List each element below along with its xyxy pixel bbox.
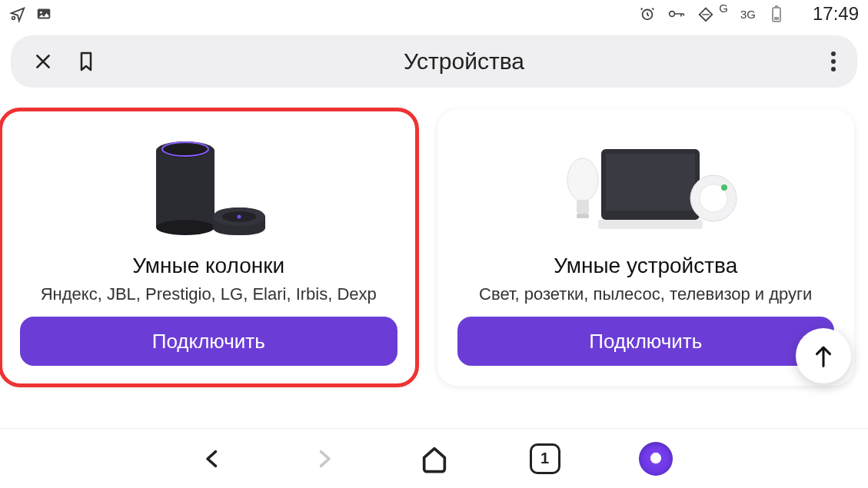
image-icon xyxy=(35,5,52,22)
smart-speaker-image xyxy=(139,128,278,243)
svg-point-20 xyxy=(567,158,598,201)
close-icon[interactable] xyxy=(32,51,54,72)
svg-rect-9 xyxy=(156,151,215,227)
wifi-icon xyxy=(697,5,714,22)
svg-point-10 xyxy=(156,220,215,235)
tabs-button[interactable]: 1 xyxy=(528,442,562,476)
card-title: Умные устройства xyxy=(554,254,737,278)
svg-rect-21 xyxy=(577,200,589,214)
svg-rect-19 xyxy=(598,220,703,229)
svg-point-4 xyxy=(670,12,675,17)
tab-count: 1 xyxy=(540,450,549,467)
connect-button[interactable]: Подключить xyxy=(457,317,835,366)
home-button[interactable] xyxy=(417,442,451,476)
card-title: Умные колонки xyxy=(132,254,284,278)
alice-icon xyxy=(639,442,673,476)
svg-point-16 xyxy=(238,215,241,219)
svg-rect-22 xyxy=(577,214,589,218)
scroll-top-button[interactable] xyxy=(796,328,851,383)
svg-rect-18 xyxy=(606,154,695,211)
back-button[interactable] xyxy=(196,442,230,476)
card-subtitle: Яндекс, JBL, Prestigio, LG, Elari, Irbis… xyxy=(41,284,377,304)
more-menu-icon[interactable] xyxy=(831,51,836,71)
alarm-icon xyxy=(639,5,656,22)
page-title: Устройства xyxy=(97,48,831,75)
content-area: Умные колонки Яндекс, JBL, Prestigio, LG… xyxy=(0,95,868,386)
forward-button[interactable] xyxy=(307,442,341,476)
bottom-nav: 1 xyxy=(0,428,868,488)
svg-rect-7 xyxy=(774,17,779,20)
svg-point-25 xyxy=(721,184,727,191)
alice-assistant-button[interactable] xyxy=(639,442,673,476)
battery-icon xyxy=(768,5,785,22)
signal-g-label: G xyxy=(719,2,728,15)
card-subtitle: Свет, розетки, пылесос, телевизор и друг… xyxy=(479,284,812,304)
smart-devices-image xyxy=(554,128,738,243)
svg-rect-6 xyxy=(775,5,778,8)
svg-point-2 xyxy=(40,12,42,14)
clock-time: 17:49 xyxy=(813,3,859,25)
signal-3g-label: 3G xyxy=(740,8,756,21)
connect-button[interactable]: Подключить xyxy=(20,317,397,366)
card-smart-devices[interactable]: Умные устройства Свет, розетки, пылесос,… xyxy=(437,109,855,386)
status-bar: G 3G 17:49 xyxy=(0,0,868,28)
bookmark-icon[interactable] xyxy=(75,51,97,72)
vpn-key-icon xyxy=(668,5,685,22)
card-smart-speakers[interactable]: Умные колонки Яндекс, JBL, Prestigio, LG… xyxy=(0,109,417,386)
address-bar: Устройства xyxy=(11,35,857,88)
location-icon xyxy=(9,5,26,22)
